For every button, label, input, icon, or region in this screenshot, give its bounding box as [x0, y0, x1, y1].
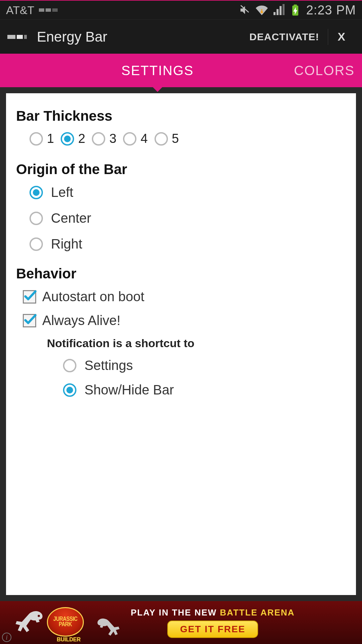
origin-label-center: Center — [51, 211, 91, 226]
ad-banner[interactable]: i JURASSIC PARK BUILDER PLAY IN THE NEW … — [0, 601, 362, 644]
notification-radio-showhide[interactable] — [63, 383, 76, 397]
app-title: Energy Bar — [37, 29, 107, 45]
behavior-options: Autostart on boot Always Alive! Notifica… — [16, 289, 346, 397]
cell-signal-icon — [273, 4, 285, 16]
status-bar: AT&T 2:23 PM — [0, 0, 362, 19]
ad-cta-button[interactable]: GET IT FREE — [167, 621, 258, 638]
settings-panel: Bar Thickness 1 2 3 4 5 Origin of the Ba… — [6, 93, 356, 595]
thickness-label-1: 1 — [47, 131, 54, 146]
svg-rect-1 — [294, 5, 297, 6]
ad-text-block: PLAY IN THE NEW BATTLE ARENA GET IT FREE — [131, 607, 295, 638]
origin-radio-right[interactable] — [29, 237, 43, 251]
status-left: AT&T — [6, 4, 58, 17]
thickness-label-2: 2 — [78, 131, 85, 146]
section-behavior-title: Behavior — [16, 266, 346, 282]
tab-colors[interactable]: COLORS — [268, 54, 362, 87]
close-button[interactable]: X — [328, 30, 355, 43]
origin-label-right: Right — [51, 236, 82, 252]
app-bar: Energy Bar DEACTIVATE! X — [0, 19, 362, 54]
app-logo-icon — [7, 32, 31, 42]
ad-headline: PLAY IN THE NEW BATTLE ARENA — [131, 607, 295, 618]
deactivate-button[interactable]: DEACTIVATE! — [241, 31, 328, 43]
active-tab-indicator-icon — [152, 86, 164, 92]
mute-icon — [239, 4, 251, 16]
behavior-autostart-row[interactable]: Autostart on boot — [23, 289, 346, 304]
tab-bar: SETTINGS COLORS — [0, 54, 362, 87]
section-thickness-title: Bar Thickness — [16, 108, 346, 124]
thickness-radio-1[interactable] — [29, 132, 43, 146]
thickness-options: 1 2 3 4 5 — [16, 131, 346, 146]
behavior-always-alive-row[interactable]: Always Alive! — [23, 313, 346, 328]
app-actions: DEACTIVATE! X — [241, 29, 355, 45]
ad-logo-top: JURASSIC PARK — [48, 616, 83, 627]
ad-headline-white: PLAY IN THE NEW — [131, 607, 220, 618]
tab-colors-label: COLORS — [294, 63, 355, 78]
thickness-label-5: 5 — [172, 131, 179, 146]
autostart-checkbox[interactable] — [23, 290, 36, 304]
notification-label-showhide: Show/Hide Bar — [84, 382, 174, 397]
autostart-label: Autostart on boot — [42, 289, 144, 304]
status-right: 2:23 PM — [239, 3, 356, 17]
battery-charging-icon — [289, 4, 301, 16]
notification-radio-settings[interactable] — [63, 359, 76, 372]
jurassic-park-logo-icon: JURASSIC PARK BUILDER — [47, 607, 90, 641]
origin-options: Left Center Right — [16, 185, 346, 252]
origin-item-right[interactable]: Right — [29, 236, 346, 252]
notification-label-settings: Settings — [84, 358, 133, 373]
ad-logo-bottom: BUILDER — [46, 637, 92, 643]
notification-options: Settings Show/Hide Bar — [23, 358, 346, 397]
origin-radio-left[interactable] — [29, 186, 43, 199]
thickness-radio-5[interactable] — [155, 132, 168, 146]
thickness-radio-3[interactable] — [92, 132, 105, 146]
carrier-signal-icon — [39, 8, 58, 12]
notification-item-showhide[interactable]: Show/Hide Bar — [63, 382, 346, 397]
thickness-label-4: 4 — [140, 131, 147, 146]
dinosaur-right-icon — [94, 612, 124, 644]
tab-settings-label: SETTINGS — [121, 63, 194, 78]
content-wrap: Bar Thickness 1 2 3 4 5 Origin of the Ba… — [0, 87, 362, 601]
origin-item-center[interactable]: Center — [29, 211, 346, 226]
carrier-label: AT&T — [6, 4, 34, 17]
ad-headline-yellow: BATTLE ARENA — [220, 607, 295, 618]
thickness-radio-2[interactable] — [61, 132, 74, 146]
always-alive-checkbox[interactable] — [23, 314, 36, 327]
thickness-radio-4[interactable] — [123, 132, 136, 146]
origin-radio-center[interactable] — [29, 212, 43, 225]
section-origin-title: Origin of the Bar — [16, 161, 346, 177]
origin-label-left: Left — [51, 185, 73, 200]
thickness-label-3: 3 — [109, 131, 116, 146]
always-alive-label: Always Alive! — [42, 313, 120, 328]
notification-item-settings[interactable]: Settings — [63, 358, 346, 373]
dinosaur-left-icon — [10, 604, 47, 642]
notification-heading: Notification is a shortcut to — [47, 337, 346, 350]
tab-settings[interactable]: SETTINGS — [47, 54, 268, 87]
origin-item-left[interactable]: Left — [29, 185, 346, 200]
wifi-icon — [256, 4, 268, 16]
clock-label: 2:23 PM — [306, 3, 356, 17]
